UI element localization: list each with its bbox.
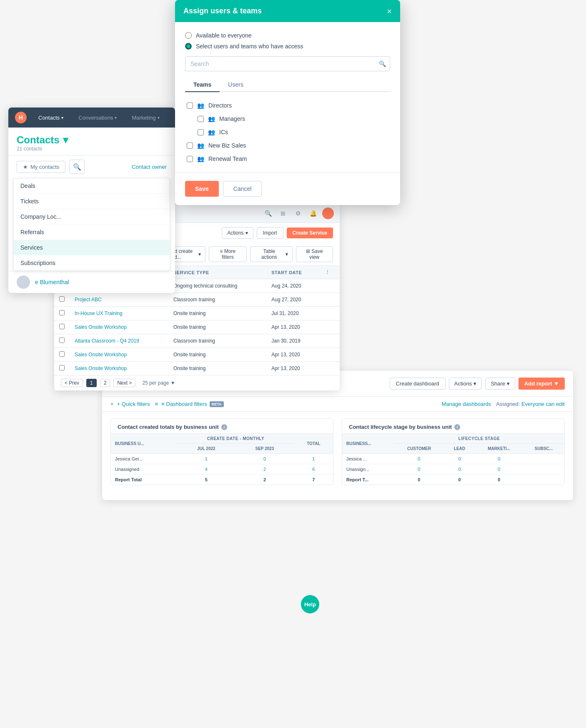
c2[interactable]: 0 [444, 454, 475, 464]
prev-page-button[interactable]: < Prev [61, 379, 83, 387]
service-date: Jan 30, 2019 [266, 334, 320, 348]
dropdown-item-subscriptions[interactable]: Subscriptions [14, 255, 170, 270]
nav-marketing[interactable]: Marketing ▾ [128, 113, 163, 123]
c2[interactable]: 0 [444, 464, 475, 475]
team-checkbox-ics[interactable] [198, 129, 204, 135]
col-business: BUSINESS... [342, 434, 394, 454]
modal-close-button[interactable]: × [387, 7, 392, 15]
info-icon[interactable]: i [454, 424, 460, 430]
everyone-link[interactable]: Everyone can edit [521, 401, 565, 407]
radio-option-everyone[interactable]: Available to everyone [185, 32, 390, 39]
col-create-date: CREATE DATE - MONTHLY [177, 434, 294, 444]
help-button[interactable]: Help [301, 595, 319, 613]
service-name[interactable]: Sales Onsite Workshop [70, 362, 168, 375]
table-row: Project ABC Classroom training Aug 27, 2… [54, 293, 340, 307]
chevron-down-icon: ▾ [115, 115, 117, 120]
team-checkbox-directors[interactable] [187, 103, 193, 109]
next-page-button[interactable]: Next > [113, 379, 135, 387]
my-contacts-button[interactable]: ★ My contacts [17, 161, 65, 173]
grid-icon[interactable]: ⊞ [277, 208, 289, 219]
dashboard-filters-button[interactable]: ≡ ≡ Dashboard filters BETA [155, 401, 224, 407]
import-button[interactable]: Import [257, 227, 283, 239]
service-name[interactable]: Sales Onsite Workshop [70, 320, 168, 334]
row-checkbox[interactable] [59, 310, 65, 315]
team-checkbox-renewalteam[interactable] [187, 156, 193, 162]
dropdown-item-company[interactable]: Company Loc... [14, 209, 170, 225]
dropdown-item-tickets[interactable]: Tickets [14, 194, 170, 209]
row-actions [320, 334, 340, 348]
total-val[interactable]: 6 [294, 464, 333, 475]
c3[interactable]: 0 [475, 464, 523, 475]
create-service-button[interactable]: Create Service [287, 228, 333, 238]
quick-filters-button[interactable]: + + Quick filters [110, 401, 150, 407]
service-name[interactable]: Atlanta Classroom - Q4 2019 [70, 334, 168, 348]
nav-contacts[interactable]: Contacts ▾ [35, 113, 67, 123]
gear-icon[interactable]: ⚙ [292, 208, 304, 219]
dropdown-item-referrals[interactable]: Referrals [14, 225, 170, 240]
more-filters-button[interactable]: ≡ More filters [209, 246, 247, 262]
c3[interactable]: 0 [475, 454, 523, 464]
team-checkbox-newbizsales[interactable] [187, 143, 193, 149]
report-card-1-header: Contact created totals by business unit … [111, 419, 333, 434]
radio-select[interactable] [185, 43, 192, 50]
row-checkbox[interactable] [59, 338, 65, 343]
sep-val[interactable]: 2 [235, 464, 294, 475]
actions-button[interactable]: Actions ▾ [222, 227, 253, 239]
service-name[interactable]: Sales Onsite Workshop [70, 348, 168, 362]
manage-dashboards-link[interactable]: Manage dashboards [442, 401, 491, 407]
team-icon-directors: 👥 [197, 102, 204, 109]
radio-everyone[interactable] [185, 32, 192, 39]
bell-icon[interactable]: 🔔 [307, 208, 319, 219]
save-view-button[interactable]: ⊞ Save view [296, 246, 333, 262]
nav-conversations[interactable]: Conversations ▾ [75, 113, 120, 123]
row-checkbox[interactable] [59, 351, 65, 357]
save-button[interactable]: Save [185, 181, 219, 197]
contact-avatar [17, 275, 30, 289]
page-1-button[interactable]: 1 [86, 379, 97, 387]
service-date: Apr 13, 2020 [266, 362, 320, 375]
c1[interactable]: 0 [394, 464, 444, 475]
assigned-text: Assigned: Everyone can edit [496, 401, 565, 407]
service-type: Onsite training [168, 348, 266, 362]
dropdown-item-deals[interactable]: Deals [14, 178, 170, 194]
jul-val[interactable]: 1 [177, 454, 235, 464]
info-icon[interactable]: i [221, 424, 227, 430]
page-2-button[interactable]: 2 [100, 379, 110, 387]
jul-val[interactable]: 4 [177, 464, 235, 475]
contact-name[interactable]: e Blumenthal [35, 279, 69, 285]
row-checkbox[interactable] [59, 365, 65, 370]
row-actions [320, 307, 340, 320]
contacts-header: Contacts ▾ 21 contacts [8, 128, 175, 155]
unit-name: Jessica Gei... [111, 454, 177, 464]
team-item-newbizsales: 👥 New Biz Sales [185, 139, 390, 152]
cancel-button[interactable]: Cancel [223, 181, 262, 197]
share-button[interactable]: Share ▾ [485, 378, 515, 390]
service-name[interactable]: Project ABC [70, 293, 168, 307]
col-customer: CUSTOMER [394, 444, 444, 454]
plus-icon: + [110, 401, 114, 407]
dropdown-item-services[interactable]: Services [14, 240, 170, 255]
contact-owner-link[interactable]: Contact owner [132, 164, 167, 170]
c1[interactable]: 0 [394, 454, 444, 464]
service-type: Onsite training [168, 320, 266, 334]
tab-teams[interactable]: Teams [185, 78, 220, 92]
row-checkbox[interactable] [59, 324, 65, 329]
search-icon[interactable]: 🔍 [262, 208, 274, 219]
create-dashboard-button[interactable]: Create dashboard [390, 378, 446, 390]
sep-val[interactable]: 0 [235, 454, 294, 464]
actions-button[interactable]: Actions ▾ [449, 378, 482, 390]
col-marketing: MARKETI... [475, 444, 523, 454]
service-name[interactable]: In-House UX Training [70, 307, 168, 320]
table-actions-button[interactable]: Table actions ▾ [250, 246, 292, 262]
total-val[interactable]: 1 [294, 454, 333, 464]
team-checkbox-managers[interactable] [198, 116, 204, 122]
radio-option-select[interactable]: Select users and teams who have access [185, 43, 390, 50]
table-row: Unassign... 0 0 0 [342, 464, 564, 475]
tab-users[interactable]: Users [220, 78, 252, 92]
contacts-nav: H Contacts ▾ Conversations ▾ Marketing ▾ [8, 108, 175, 128]
search-input[interactable] [185, 56, 390, 71]
row-checkbox[interactable] [59, 296, 65, 302]
add-report-button[interactable]: Add report ▼ [518, 378, 565, 390]
radio-select-label: Select users and teams who have access [196, 43, 303, 50]
search-button[interactable]: 🔍 [70, 160, 85, 174]
